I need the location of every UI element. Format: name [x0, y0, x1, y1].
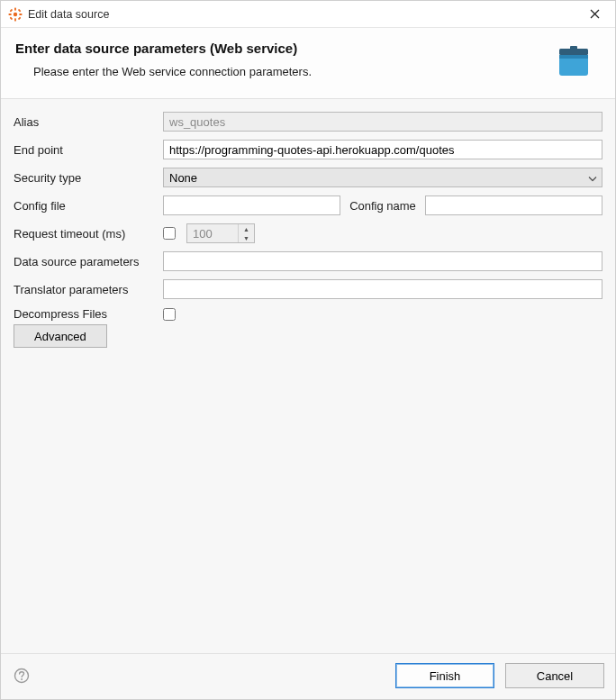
dialog-window: Edit data source Enter data source param… [0, 0, 616, 700]
svg-point-15 [21, 678, 23, 680]
svg-rect-3 [9, 14, 12, 15]
svg-rect-1 [14, 7, 16, 10]
svg-rect-5 [10, 8, 14, 12]
spinner-up-icon[interactable]: ▲ [239, 224, 254, 233]
svg-rect-6 [18, 16, 22, 20]
request-timeout-spinner[interactable]: ▲ ▼ [186, 223, 255, 243]
close-icon [590, 9, 600, 19]
endpoint-label: End point [14, 143, 158, 157]
request-timeout-label: Request timeout (ms) [14, 227, 158, 241]
decompress-files-label: Decompress Files [14, 307, 158, 321]
app-gear-icon [8, 7, 23, 22]
footer-bar: Finish Cancel [1, 653, 615, 699]
svg-rect-8 [10, 16, 14, 20]
security-type-select[interactable] [163, 168, 602, 187]
cancel-button[interactable]: Cancel [505, 663, 604, 688]
request-timeout-value [187, 224, 238, 242]
header-pane: Enter data source parameters (Web servic… [1, 28, 615, 99]
endpoint-input[interactable] [163, 140, 602, 159]
translator-params-input[interactable] [163, 279, 602, 299]
page-title: Enter data source parameters (Web servic… [15, 41, 541, 56]
form-area: Alias End point Security type Config fil… [1, 99, 615, 653]
security-type-label: Security type [14, 171, 158, 185]
spinner-down-icon[interactable]: ▼ [239, 233, 254, 242]
decompress-files-checkbox[interactable] [163, 308, 176, 321]
svg-point-0 [14, 12, 17, 15]
config-file-label: Config file [14, 199, 158, 213]
datasource-box-icon [552, 41, 595, 84]
help-button[interactable] [12, 666, 32, 686]
datasource-params-label: Data source parameters [14, 255, 158, 268]
request-timeout-checkbox[interactable] [163, 227, 176, 240]
config-name-label: Config name [346, 199, 420, 213]
svg-rect-7 [18, 8, 22, 12]
translator-params-label: Translator parameters [14, 283, 158, 296]
page-subtitle: Please enter the Web service connection … [33, 65, 541, 78]
svg-rect-4 [19, 14, 22, 15]
config-file-input[interactable] [163, 195, 340, 215]
finish-button[interactable]: Finish [395, 663, 494, 688]
titlebar: Edit data source [1, 1, 615, 28]
alias-input [163, 112, 602, 132]
config-name-input[interactable] [425, 195, 602, 215]
window-title: Edit data source [28, 8, 109, 21]
datasource-params-input[interactable] [163, 251, 602, 271]
alias-label: Alias [14, 115, 158, 129]
svg-rect-13 [570, 46, 577, 50]
close-button[interactable] [574, 1, 615, 28]
svg-rect-2 [14, 18, 16, 21]
advanced-button[interactable]: Advanced [14, 324, 107, 348]
svg-rect-11 [559, 49, 588, 55]
svg-rect-12 [559, 55, 588, 59]
help-icon [14, 668, 30, 684]
